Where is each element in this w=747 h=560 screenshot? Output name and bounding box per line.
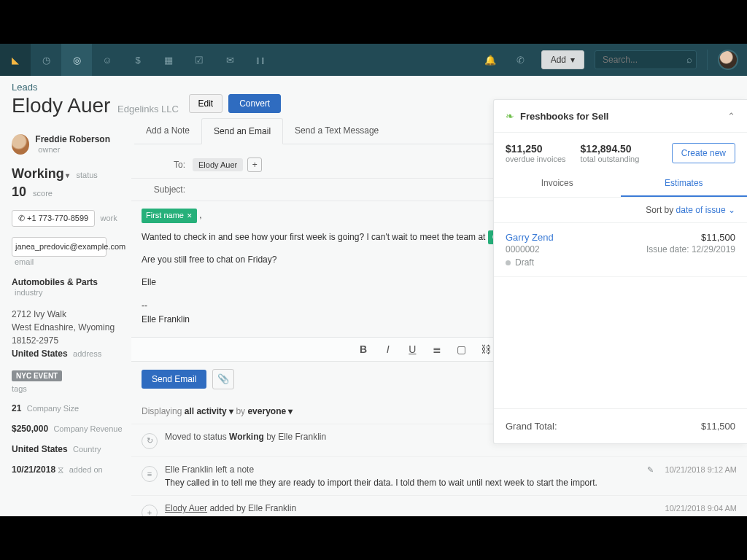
tab-invoices[interactable]: Invoices (494, 171, 621, 197)
estimate-contact-link[interactable]: Garry Zend (506, 232, 554, 243)
create-new-button[interactable]: Create new (672, 143, 735, 163)
bold-button[interactable]: B (352, 343, 374, 355)
company-size-value: 21 (12, 403, 21, 413)
clock-icon: ⧖ (58, 464, 63, 475)
activity-lead-link[interactable]: Elody Auer (165, 503, 207, 513)
tab-send-text[interactable]: Send a Text Message (283, 118, 390, 144)
tags-label: tags (12, 384, 124, 393)
address-line3: United States (12, 349, 68, 359)
logo-icon[interactable]: ◣ (0, 44, 31, 76)
activity-filter-type[interactable]: all activity ▾ (185, 406, 233, 416)
collapse-panel-button[interactable]: ⌃ (727, 111, 735, 122)
send-email-button[interactable]: Send Email (142, 370, 206, 389)
to-label: To: (142, 160, 185, 170)
lead-name: Elody Auer (12, 94, 110, 117)
nav-contacts-icon[interactable]: ☺ (92, 44, 123, 76)
estimate-row: Garry Zend $11,500 0000002 Issue date: 1… (494, 223, 747, 277)
tab-send-email[interactable]: Send an Email (201, 118, 283, 144)
nav-tasks-icon[interactable]: ☑ (184, 44, 214, 76)
tab-add-note[interactable]: Add a Note (134, 118, 201, 144)
lead-details-sidebar: Freddie Roberson owner Working ▾ status … (0, 76, 131, 516)
chevron-down-icon[interactable]: ▾ (64, 171, 70, 179)
nav-deals-icon[interactable]: $ (123, 44, 153, 76)
top-nav: ◣ ◷ ◎ ☺ $ ▦ ☑ ✉ ⫿⫿ 🔔 ✆ Add ▾ ⌕ (0, 44, 747, 76)
sort-dropdown[interactable]: date of issue ⌄ (676, 205, 735, 215)
company-size-label: Company Size (27, 404, 80, 413)
score-label: score (33, 189, 53, 198)
tag-chip[interactable]: NYC EVENT (12, 370, 62, 381)
lead-status[interactable]: Working (12, 166, 64, 181)
note-icon: ≡ (142, 466, 158, 482)
phone-chip[interactable]: ✆ +1 773-770-8599 (12, 210, 95, 227)
owner-role-label: owner (38, 145, 60, 154)
estimate-issue-date: Issue date: 12/29/2019 (646, 244, 735, 254)
grand-total-label: Grand Total: (506, 421, 557, 432)
overdue-label: overdue invoices (506, 155, 566, 163)
phone-icon: ✆ (18, 214, 27, 222)
tab-estimates[interactable]: Estimates (621, 171, 748, 197)
nav-calendar-icon[interactable]: ▦ (153, 44, 184, 76)
added-on-label: added on (69, 465, 103, 474)
chevron-down-icon: ⌄ (728, 205, 735, 215)
estimate-amount: $11,500 (701, 232, 735, 243)
status-change-icon: ↻ (142, 433, 158, 449)
lead-score: 10 (12, 184, 26, 199)
country-value: United States (12, 444, 68, 454)
attach-button[interactable]: 📎 (212, 369, 234, 389)
panel-spacer (494, 277, 747, 408)
company-revenue-value: $250,000 (12, 424, 48, 434)
italic-button[interactable]: I (377, 343, 399, 355)
chevron-down-icon: ▾ (570, 55, 575, 65)
phone-label: work (101, 214, 117, 222)
search-input[interactable] (595, 50, 697, 69)
freshbooks-panel: ❧ Freshbooks for Sell ⌃ $11,250 overdue … (493, 99, 747, 444)
add-recipient-button[interactable]: + (247, 158, 262, 172)
recipient-chip[interactable]: Elody Auer (193, 158, 243, 171)
phone-icon[interactable]: ✆ (511, 55, 531, 66)
estimate-number: 0000002 (506, 244, 540, 254)
status-label: status (76, 171, 97, 179)
outstanding-amount: $12,894.50 (581, 143, 640, 155)
nav-leads-icon[interactable]: ◎ (61, 44, 92, 76)
estimate-status: Draft (515, 257, 534, 268)
status-dot-icon (506, 260, 511, 265)
industry-label: industry (15, 288, 43, 297)
address-label: address (73, 349, 101, 358)
nav-comms-icon[interactable]: ✉ (214, 44, 245, 76)
freshbooks-icon: ❧ (506, 110, 514, 122)
address-line2: West Ednashire, Wyoming 18152-2975 (12, 321, 124, 347)
outstanding-label: total outstanding (581, 155, 640, 163)
added-icon: + (142, 505, 158, 516)
list-button[interactable]: ≣ (426, 343, 448, 355)
sort-label: Sort by (646, 205, 676, 215)
bell-icon[interactable]: 🔔 (480, 55, 500, 66)
industry-value: Automobiles & Parts (12, 277, 98, 287)
email-chip[interactable]: janea_predovic@example.com (12, 237, 107, 257)
search-input-wrapper: ⌕ (595, 50, 697, 69)
nav-dashboard-icon[interactable]: ◷ (31, 44, 61, 76)
activity-filter-who[interactable]: everyone ▾ (247, 406, 293, 416)
close-icon[interactable]: ✕ (187, 211, 193, 221)
grand-total-amount: $11,500 (701, 421, 735, 432)
panel-title: Freshbooks for Sell (520, 111, 608, 122)
overdue-amount: $11,250 (506, 143, 566, 155)
nav-reports-icon[interactable]: ⫿⫿ (245, 44, 276, 76)
add-button[interactable]: Add ▾ (541, 50, 584, 69)
country-label: Country (73, 445, 101, 454)
owner-avatar (12, 134, 29, 155)
owner-name: Freddie Roberson (35, 134, 110, 144)
email-label: email (15, 257, 34, 266)
first-name-merge-tag[interactable]: First name✕ (142, 209, 197, 223)
underline-button[interactable]: U (401, 343, 423, 355)
added-on-value: 10/21/2018 (12, 464, 55, 475)
address-line1: 2712 Ivy Walk (12, 308, 124, 321)
company-revenue-label: Company Revenue (53, 424, 122, 433)
subject-label: Subject: (142, 184, 185, 195)
user-avatar[interactable] (718, 50, 738, 70)
search-icon: ⌕ (686, 54, 692, 65)
image-button[interactable]: ▢ (451, 343, 473, 355)
